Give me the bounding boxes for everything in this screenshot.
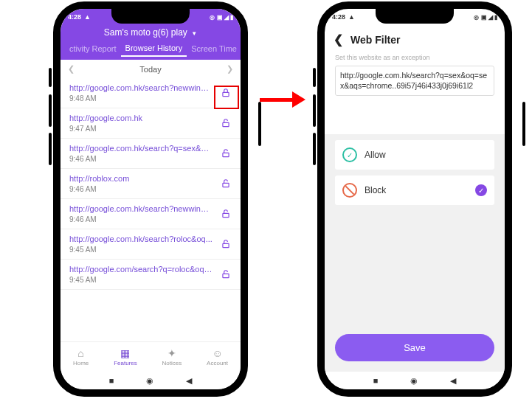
svg-rect-4 [223,213,229,217]
lock-icon[interactable] [218,146,233,161]
history-row[interactable]: http://roblox.com 9:46 AM [61,169,241,199]
phone-side-button [258,102,261,146]
chevron-down-icon: ▼ [191,30,197,37]
history-row[interactable]: http://google.com/search?q=roloc&oq=rol.… [61,260,241,290]
svg-rect-0 [223,92,229,96]
header-tabs: ctivity Report Browser History Screen Ti… [61,41,241,57]
nav-back-icon[interactable]: ◀ [186,376,192,386]
status-time: 4:28 [332,13,345,21]
svg-rect-1 [223,122,229,126]
tab-screen-time[interactable]: Screen Time [187,41,241,56]
history-time: 9:48 AM [69,94,213,102]
notch [111,7,190,24]
phone-side-button [313,133,316,165]
tab-notices-label: Notices [162,360,182,366]
history-row[interactable]: http://google.com.hk 9:47 AM [61,108,241,139]
phone-side-button [313,68,316,87]
lock-icon[interactable] [218,206,233,221]
notch [376,7,454,24]
history-row[interactable]: http://google.com.hk/search?q=sex&oq=s..… [61,139,241,169]
nav-back-icon[interactable]: ◀ [450,376,456,386]
nav-recent-icon[interactable]: ■ [373,376,379,385]
phone-side-button [49,94,52,127]
option-allow-label: Allow [365,150,386,160]
bell-icon: ✦ [167,348,176,358]
history-url: http://roblox.com [69,174,213,183]
prev-day-button[interactable]: ❮ [68,64,75,74]
save-button[interactable]: Save [335,334,494,361]
phone-side-button [49,68,52,87]
history-time: 9:45 AM [69,276,213,284]
history-url: http://google.com/search?q=roloc&oq=rol.… [69,265,213,274]
status-right-icons: ◎ ▣ ◢ ▮ [474,14,497,21]
back-icon[interactable]: ❮ [334,32,343,46]
phone-left: 4:28 ▲ ◎ ▣ ◢ ▮ Sam's moto g(6) play ▼ ct… [53,1,248,397]
system-nav: ■ ◉ ◀ [61,372,241,389]
page-header: ❮ Web Filter [325,25,505,51]
history-time: 9:46 AM [69,185,213,193]
svg-rect-6 [223,274,229,277]
tab-account-label: Account [207,360,228,366]
history-url: http://google.com.hk/search?roloc&oq... [69,234,213,243]
arrow-annotation [260,91,305,108]
tab-features-label: Features [114,360,137,366]
date-label: Today [139,65,161,74]
status-notif-icon: ▲ [84,13,91,21]
nav-home-icon[interactable]: ◉ [146,376,153,386]
phone-side-button [522,102,525,146]
status-time: 4:28 [68,13,81,21]
tab-activity-report[interactable]: ctivity Report [65,41,121,56]
url-input[interactable]: http://google.com.hk/search?q=sex&oq=sex… [335,66,494,96]
selected-check-icon: ✓ [475,184,487,196]
phone-side-button [313,94,316,127]
check-circle-icon: ✓ [342,147,357,162]
system-nav: ■ ◉ ◀ [325,372,505,389]
device-selector[interactable]: Sam's moto g(6) play ▼ [61,25,241,41]
option-block-label: Block [365,185,386,195]
status-right-icons: ◎ ▣ ◢ ▮ [210,14,233,21]
tab-notices[interactable]: ✦ Notices [162,348,182,366]
history-url: http://google.com.hk/search?q=sex&oq=s..… [69,144,213,153]
history-time: 9:47 AM [69,125,213,133]
phone-side-button [49,133,52,165]
nav-recent-icon[interactable]: ■ [109,376,114,385]
home-icon: ⌂ [77,348,83,358]
phone-right: 4:28 ▲ ◎ ▣ ◢ ▮ ❮ Web Filter Set this web… [317,1,512,397]
nav-home-icon[interactable]: ◉ [410,376,418,386]
lock-icon[interactable] [218,86,233,100]
tab-home[interactable]: ⌂ Home [73,348,89,366]
tab-account[interactable]: ☺ Account [207,348,228,366]
history-time: 9:46 AM [69,215,213,223]
history-list: http://google.com.hk/search?newwindow...… [61,78,241,290]
bottom-tabbar: ⌂ Home ▦ Features ✦ Notices ☺ Account [61,341,241,372]
lock-icon[interactable] [218,116,233,131]
tab-features[interactable]: ▦ Features [114,348,137,366]
option-allow[interactable]: ✓ Allow [335,140,494,170]
history-url: http://google.com.hk/search?newwindow... [69,204,213,213]
lock-icon[interactable] [218,176,233,191]
history-time: 9:45 AM [69,246,213,254]
option-block[interactable]: Block ✓ [335,176,494,205]
tab-home-label: Home [73,360,89,366]
svg-rect-5 [223,243,229,247]
device-name-label: Sam's moto g(6) play [104,27,187,38]
page-title: Web Filter [350,34,400,46]
tab-browser-history[interactable]: Browser History [121,41,187,57]
lock-icon[interactable] [218,267,233,282]
page-subtitle: Set this website as an exception [325,51,505,64]
history-row[interactable]: http://google.com.hk/search?newwindow...… [61,199,241,229]
svg-rect-2 [223,153,229,156]
date-navigator: ❮ Today ❯ [61,60,241,78]
svg-rect-3 [223,183,229,187]
next-day-button[interactable]: ❯ [227,64,233,74]
history-url: http://google.com.hk/search?newwindow... [69,83,213,92]
status-notif-icon: ▲ [348,13,355,21]
lock-icon[interactable] [218,237,233,251]
menu-icon[interactable]: ≡ [241,43,247,55]
history-url: http://google.com.hk [69,114,213,122]
history-row[interactable]: http://google.com.hk/search?roloc&oq... … [61,229,241,260]
history-row[interactable]: http://google.com.hk/search?newwindow...… [61,78,241,108]
account-icon: ☺ [212,348,222,358]
history-time: 9:46 AM [69,155,213,163]
features-icon: ▦ [120,348,130,358]
